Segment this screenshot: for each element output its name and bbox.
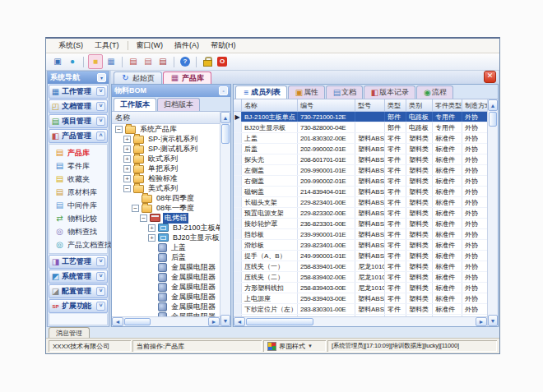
tree-expander-minus[interactable]: − (115, 126, 123, 133)
report-add-button[interactable]: ▤ (127, 55, 140, 68)
table-row[interactable]: 压线夹（二）258-839402-00E尼龙1010零件塑料类标准件外协条 (234, 272, 487, 283)
tree-item[interactable]: 金属膜电阻器 (112, 272, 220, 282)
tree-item[interactable]: 金属膜电阻器 (112, 292, 220, 302)
close-button[interactable]: ✕ (484, 71, 496, 83)
item-favorites[interactable]: ▤收藏夹 (49, 173, 107, 186)
tab-working-version[interactable]: 工作版本 (114, 98, 156, 111)
group-process-management[interactable]: ◨工艺管理˅ (49, 255, 108, 269)
scroll-left-button[interactable]: ◄ (234, 317, 245, 326)
scroll-up-button[interactable]: ▲ (488, 99, 498, 111)
report-view-button[interactable]: ▤ (142, 55, 155, 68)
chevron-up-icon[interactable]: ˄ (96, 131, 105, 141)
report-del-button[interactable]: ▤ (156, 55, 169, 68)
message-management-tab[interactable]: 消息管理 (49, 327, 90, 338)
tree-expander-plus[interactable]: + (148, 224, 155, 232)
tab-documents[interactable]: ▤文档 (326, 85, 363, 99)
table-row[interactable]: 挡纱板239-990001-01E塑料ABS零件塑料类标准件外协条 (234, 229, 487, 240)
table-row[interactable]: 提手（A、B）249-990001-01E塑料ABS零件塑料类标准件外协条 (234, 251, 487, 261)
tree-item[interactable]: 后盖 (112, 252, 220, 262)
scroll-thumb[interactable] (124, 318, 151, 325)
group-document-management[interactable]: ◰文档管理˅ (49, 99, 108, 113)
scroll-thumb[interactable] (246, 318, 313, 325)
tree-item[interactable]: −系统产品库 (112, 124, 220, 134)
monitor-button[interactable]: ▣ (51, 55, 64, 68)
tree-item[interactable]: +检验标准 (112, 173, 220, 183)
ui-style-dropdown[interactable]: 界面样式 ▼ (263, 340, 326, 352)
tree-expander-plus[interactable]: + (148, 234, 155, 242)
tree-expander-minus[interactable]: − (132, 205, 139, 212)
table-row[interactable]: BJ20主显示板730-828000-04E部件电路板专用件外协颗 (234, 122, 487, 133)
tree-item[interactable]: 金属膜电阻器 (112, 282, 220, 292)
chevron-down-icon[interactable]: ˅ (96, 87, 105, 96)
table-header-cell[interactable]: 类别 (406, 99, 433, 111)
tab-start-page[interactable]: ↻起始页 (114, 71, 162, 84)
table-row[interactable]: 滑纱板239-823401-00E塑料ABS零件塑料类标准件外协条 (234, 240, 487, 251)
scroll-thumb[interactable] (221, 124, 230, 144)
help-button[interactable]: ? (179, 55, 192, 68)
exit-button[interactable]: O (216, 55, 229, 68)
tree-item[interactable]: 金属膜电阻器 (112, 302, 220, 311)
tree-vertical-scrollbar[interactable]: ▲ ▼ (220, 112, 230, 326)
item-product-library[interactable]: ▤产品库 (49, 146, 107, 159)
tree-item[interactable]: −08年一季度 (112, 203, 220, 213)
table-header-cell[interactable]: 名称 (242, 99, 298, 111)
item-product-doc-search[interactable]: ◎产品文档查找 (49, 238, 107, 251)
table-header-cell[interactable]: 编号 (298, 99, 355, 111)
tree-horizontal-scrollbar[interactable]: ◄ ► (112, 316, 220, 326)
table-row[interactable]: 长磁头支架229-823401-00E塑料ABS零件塑料类标准件外协条 (234, 197, 487, 208)
tab-version-history[interactable]: ◧版本记录 (364, 85, 415, 99)
tab-workflow[interactable]: ◉流程 (416, 85, 453, 99)
tree-expander-plus[interactable]: + (123, 145, 131, 153)
tab-product-library[interactable]: ▦产品库 (163, 71, 211, 84)
table-header-cell[interactable]: 零件类型 (433, 99, 462, 111)
table-row[interactable]: 右侧盖209-990002-01E塑料ABS零件塑料类标准件外协条 (234, 176, 487, 187)
tab-member-list[interactable]: ≡成员列表 (235, 85, 287, 99)
sidebar-menu-button[interactable]: ▾ (97, 73, 106, 82)
tree-expander-minus[interactable]: − (140, 214, 147, 222)
table-row[interactable]: 磁钢盖214-839404-01E塑料ABS零件塑料类标准件外协条 (234, 187, 487, 197)
group-project-management[interactable]: ▤项目管理˅ (49, 114, 108, 128)
tree-item[interactable]: +BJ-2100主板单点 (112, 223, 220, 233)
tree-item[interactable]: +欧式系列 (112, 154, 220, 164)
chevron-down-icon[interactable]: ˅ (96, 272, 105, 281)
table-row[interactable]: 压线夹（一）258-839401-00E尼龙1010零件塑料类标准件外协条 (234, 261, 487, 272)
table-header-marker[interactable] (234, 99, 242, 111)
table-row[interactable]: 预置电源支架229-823302-00E塑料ABS零件塑料类标准件外协条 (234, 208, 487, 219)
lock-button[interactable] (201, 55, 214, 68)
scroll-down-button[interactable]: ▼ (488, 315, 498, 326)
tree-item[interactable]: 上盖 (112, 242, 220, 252)
scroll-right-button[interactable]: ► (208, 317, 220, 326)
item-parts-library[interactable]: ▤零件库 (49, 159, 107, 173)
bom-pin-button[interactable]: ▫ (219, 86, 228, 95)
chevron-down-icon[interactable]: ˅ (96, 102, 105, 111)
tree-expander-minus[interactable]: − (123, 185, 131, 192)
table-header-cell[interactable]: 型号 (355, 99, 385, 111)
item-intermediate-library[interactable]: ▤中间件库 (49, 199, 107, 212)
table-row[interactable]: 上电源座259-839403-00E塑料ABS零件塑料类标准件外协条 (234, 293, 487, 304)
group-work-management[interactable]: ▦工作管理˅ (49, 85, 108, 99)
scroll-up-button[interactable]: ▲ (220, 112, 230, 123)
menu-item[interactable]: 窗口(W) (131, 39, 169, 52)
tab-properties[interactable]: ▣属性 (288, 85, 325, 99)
tree-column-header[interactable]: 名称 (112, 112, 220, 124)
tab-archived-version[interactable]: 归档版本 (157, 98, 200, 111)
scroll-right-button[interactable]: ► (476, 317, 487, 326)
tree-item[interactable]: 08年四季度 (112, 193, 220, 203)
table-row[interactable]: 左侧盖209-990001-01E塑料ABS零件塑料类标准件外协条 (234, 165, 487, 176)
table-header-cell[interactable]: 制造方式 (462, 99, 487, 111)
grid2-button[interactable]: ▦ (104, 55, 118, 68)
scroll-left-button[interactable]: ◄ (112, 317, 123, 326)
scroll-down-button[interactable]: ▼ (220, 315, 230, 326)
item-material-compare[interactable]: ⇄物料比较 (49, 212, 107, 225)
menu-item[interactable]: 插件(A) (169, 39, 205, 52)
chevron-down-icon[interactable]: ˅ (96, 302, 105, 311)
tree-item[interactable]: +单把系列 (112, 164, 220, 173)
scroll-thumb[interactable] (489, 112, 497, 127)
chevron-down-icon[interactable]: ˅ (96, 257, 105, 266)
group-product-management[interactable]: ◧产品管理˄ (49, 129, 108, 143)
table-row[interactable]: 下纱定位片（左）283-830301-00E塑料ABS零件塑料类标准件外协条 (234, 304, 487, 315)
menu-item[interactable]: 系统(S) (53, 39, 89, 52)
table-row[interactable]: 方形塑料线扣258-839403-00E尼龙1010零件塑料类标准件外协条 (234, 283, 487, 293)
tfolder-button[interactable]: ■ (88, 54, 103, 69)
table-row[interactable]: 后盖202-990002-01E塑料ABS零件塑料类标准件外协条 (234, 144, 487, 154)
